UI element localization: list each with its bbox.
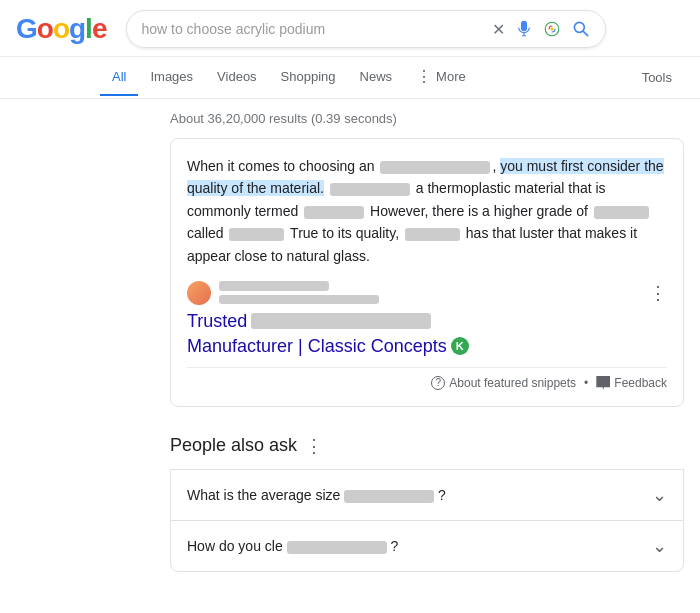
blurred-word-2	[330, 183, 410, 196]
source-row: ⋮	[187, 281, 667, 305]
blurred-word-6	[405, 228, 460, 241]
tab-news[interactable]: News	[348, 59, 405, 96]
more-dots-icon: ⋮	[416, 67, 433, 86]
nav-tabs: All Images Videos Shopping News ⋮ More T…	[0, 57, 700, 99]
results-count: About 36,20,000 results (0.39 seconds)	[170, 111, 684, 126]
source-url-blurred	[219, 295, 379, 304]
tab-shopping[interactable]: Shopping	[269, 59, 348, 96]
result-link-prefix: Trusted	[187, 311, 247, 332]
feedback-label: Feedback	[614, 376, 667, 390]
feedback-icon	[596, 376, 610, 390]
paa-question-1: What is the average size ?	[187, 487, 446, 503]
paa-item-2[interactable]: How do you cle ? ⌄	[170, 520, 684, 572]
results-area: About 36,20,000 results (0.39 seconds) W…	[0, 99, 700, 419]
lens-search-icon[interactable]	[543, 20, 561, 38]
paa-q2-prefix: How do you cle	[187, 538, 283, 554]
paa-chevron-1: ⌄	[652, 484, 667, 506]
voice-search-icon[interactable]	[515, 20, 533, 38]
tab-images[interactable]: Images	[138, 59, 205, 96]
paa-q2-suffix: ?	[391, 538, 399, 554]
paa-menu-icon[interactable]: ⋮	[305, 435, 323, 457]
search-bar[interactable]: how to choose acrylic podium ✕	[126, 10, 606, 48]
blurred-word-3	[304, 206, 364, 219]
logo-o1: o	[37, 13, 53, 45]
paa-question-2: How do you cle ?	[187, 538, 398, 554]
paa-q2-blurred	[287, 541, 387, 554]
snippet-footer: ? About featured snippets • Feedback	[187, 367, 667, 390]
tab-videos[interactable]: Videos	[205, 59, 269, 96]
paa-section: People also ask ⋮ What is the average si…	[0, 419, 700, 572]
paa-q1-prefix: What is the average size	[187, 487, 344, 503]
featured-snippet: When it comes to choosing an , you must …	[170, 138, 684, 407]
paa-q1-suffix: ?	[438, 487, 446, 503]
result-link[interactable]: Trusted Manufacturer | Classic Concepts …	[187, 311, 667, 357]
snippet-text: When it comes to choosing an , you must …	[187, 155, 667, 267]
search-icons: ✕	[492, 19, 591, 39]
svg-point-1	[551, 28, 554, 31]
search-submit-icon[interactable]	[571, 19, 591, 39]
clear-search-icon[interactable]: ✕	[492, 20, 505, 39]
result-link-suffix: Manufacturer | Classic Concepts	[187, 336, 447, 357]
logo-l: l	[85, 13, 92, 45]
paa-header: People also ask ⋮	[170, 435, 684, 457]
paa-q1-blurred	[344, 490, 434, 503]
tab-all[interactable]: All	[100, 59, 138, 96]
header: Google how to choose acrylic podium ✕	[0, 0, 700, 57]
dot-separator: •	[584, 376, 588, 390]
paa-chevron-2: ⌄	[652, 535, 667, 557]
logo-g2: g	[69, 13, 85, 45]
blurred-word-5	[229, 228, 284, 241]
source-info	[219, 281, 641, 304]
logo-g: G	[16, 13, 37, 45]
paa-title: People also ask	[170, 435, 297, 456]
svg-line-3	[584, 31, 589, 36]
about-snippets-item[interactable]: ? About featured snippets	[431, 376, 576, 390]
google-logo: Google	[16, 13, 106, 45]
tab-more[interactable]: ⋮ More	[404, 57, 478, 98]
feedback-item[interactable]: Feedback	[596, 376, 667, 390]
result-link-blurred	[251, 313, 431, 329]
logo-e: e	[92, 13, 107, 45]
source-menu-icon[interactable]: ⋮	[649, 282, 667, 304]
paa-item-1[interactable]: What is the average size ? ⌄	[170, 469, 684, 520]
blurred-word-1	[380, 161, 490, 174]
logo-o2: o	[53, 13, 69, 45]
site-favicon	[187, 281, 211, 305]
about-snippets-label: About featured snippets	[449, 376, 576, 390]
question-icon: ?	[431, 376, 445, 390]
blurred-word-4	[594, 206, 649, 219]
result-link-badge: K	[451, 337, 469, 355]
tab-tools[interactable]: Tools	[630, 60, 684, 95]
source-name-blurred	[219, 281, 329, 291]
search-input[interactable]: how to choose acrylic podium	[141, 21, 484, 37]
